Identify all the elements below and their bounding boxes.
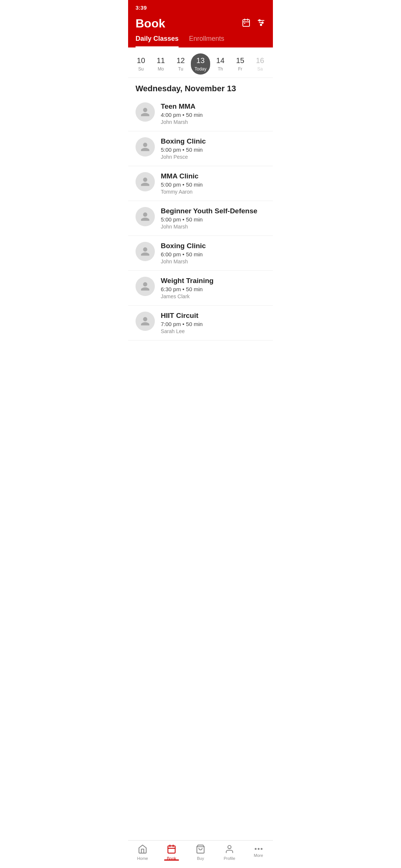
calendar-icon[interactable] — [242, 18, 251, 29]
day-number: 16 — [256, 56, 264, 65]
svg-point-10 — [260, 24, 262, 26]
calendar-day-12[interactable]: 12 Tu — [171, 53, 190, 75]
class-item-6[interactable]: Weight Training 6:30 pm • 50 min James C… — [128, 271, 273, 306]
header: Book — [128, 14, 273, 30]
day-label: Fr — [238, 66, 242, 72]
class-instructor: James Clark — [161, 293, 265, 299]
class-item-4[interactable]: Beginner Youth Self-Defense 5:00 pm • 50… — [128, 201, 273, 236]
class-item-7[interactable]: HIIT Circuit 7:00 pm • 50 min Sarah Lee — [128, 306, 273, 341]
day-label: Today — [195, 66, 206, 72]
class-info: Weight Training 6:30 pm • 50 min James C… — [161, 277, 265, 299]
calendar-day-10[interactable]: 10 Su — [131, 53, 151, 75]
class-name: HIIT Circuit — [161, 312, 265, 320]
class-time: 4:00 pm • 50 min — [161, 112, 265, 118]
day-label: Tu — [178, 66, 183, 72]
day-number: 10 — [137, 56, 145, 65]
day-number: 15 — [236, 56, 244, 65]
class-item-5[interactable]: Boxing Clinic 6:00 pm • 50 min John Mars… — [128, 236, 273, 271]
class-avatar — [136, 137, 155, 157]
class-name: Weight Training — [161, 277, 265, 285]
day-label: Su — [138, 66, 144, 72]
class-info: Boxing Clinic 6:00 pm • 50 min John Mars… — [161, 242, 265, 264]
class-time: 5:00 pm • 50 min — [161, 181, 265, 188]
calendar-section: 10 Su 11 Mo 12 Tu 13 Today 14 Th 15 Fr 1… — [128, 47, 273, 78]
class-avatar — [136, 312, 155, 331]
day-number: 12 — [176, 56, 185, 65]
class-instructor: Sarah Lee — [161, 328, 265, 334]
status-bar: 3:39 — [128, 0, 273, 14]
svg-point-8 — [259, 20, 260, 21]
class-name: Boxing Clinic — [161, 242, 265, 250]
calendar-days: 10 Su 11 Mo 12 Tu 13 Today 14 Th 15 Fr 1… — [128, 53, 273, 75]
class-avatar — [136, 207, 155, 226]
calendar-day-15[interactable]: 15 Fr — [231, 53, 250, 75]
class-name: Teen MMA — [161, 102, 265, 111]
calendar-day-11[interactable]: 11 Mo — [151, 53, 170, 75]
selected-date-header: Wednesday, November 13 — [128, 78, 273, 96]
day-number: 14 — [216, 56, 224, 65]
tab-bar: Daily Classes Enrollments — [128, 30, 273, 47]
calendar-day-13[interactable]: 13 Today — [191, 53, 210, 75]
class-time: 7:00 pm • 50 min — [161, 321, 265, 327]
class-instructor: John Marsh — [161, 119, 265, 125]
class-time: 5:00 pm • 50 min — [161, 216, 265, 223]
day-label: Th — [218, 66, 223, 72]
class-avatar — [136, 277, 155, 296]
svg-point-9 — [262, 22, 263, 23]
status-time: 3:39 — [136, 4, 147, 11]
class-info: Beginner Youth Self-Defense 5:00 pm • 50… — [161, 207, 265, 230]
class-info: Teen MMA 4:00 pm • 50 min John Marsh — [161, 102, 265, 125]
page-title: Book — [136, 17, 165, 30]
day-label: Sa — [257, 66, 263, 72]
class-item-1[interactable]: Teen MMA 4:00 pm • 50 min John Marsh — [128, 96, 273, 131]
calendar-day-16[interactable]: 16 Sa — [250, 53, 270, 75]
class-list: Teen MMA 4:00 pm • 50 min John Marsh Box… — [128, 96, 273, 370]
class-time: 6:00 pm • 50 min — [161, 251, 265, 257]
class-instructor: John Marsh — [161, 259, 265, 264]
class-instructor: John Marsh — [161, 224, 265, 230]
class-instructor: John Pesce — [161, 154, 265, 160]
day-label: Mo — [158, 66, 164, 72]
calendar-day-14[interactable]: 14 Th — [211, 53, 230, 75]
day-number: 13 — [196, 56, 205, 65]
header-actions — [242, 18, 265, 29]
class-avatar — [136, 172, 155, 191]
day-number: 11 — [157, 56, 165, 65]
class-time: 6:30 pm • 50 min — [161, 286, 265, 292]
class-name: Beginner Youth Self-Defense — [161, 207, 265, 215]
svg-rect-0 — [243, 20, 250, 26]
tab-enrollments[interactable]: Enrollments — [189, 35, 224, 47]
class-item-2[interactable]: Boxing Clinic 5:00 pm • 50 min John Pesc… — [128, 131, 273, 166]
class-name: MMA Clinic — [161, 172, 265, 180]
class-avatar — [136, 102, 155, 122]
class-info: Boxing Clinic 5:00 pm • 50 min John Pesc… — [161, 137, 265, 160]
class-info: HIIT Circuit 7:00 pm • 50 min Sarah Lee — [161, 312, 265, 334]
class-item-3[interactable]: MMA Clinic 5:00 pm • 50 min Tommy Aaron — [128, 166, 273, 201]
class-time: 5:00 pm • 50 min — [161, 147, 265, 153]
class-avatar — [136, 242, 155, 261]
class-instructor: Tommy Aaron — [161, 189, 265, 195]
filter-icon[interactable] — [257, 18, 265, 29]
tab-daily-classes[interactable]: Daily Classes — [136, 35, 179, 47]
class-info: MMA Clinic 5:00 pm • 50 min Tommy Aaron — [161, 172, 265, 195]
class-name: Boxing Clinic — [161, 137, 265, 145]
